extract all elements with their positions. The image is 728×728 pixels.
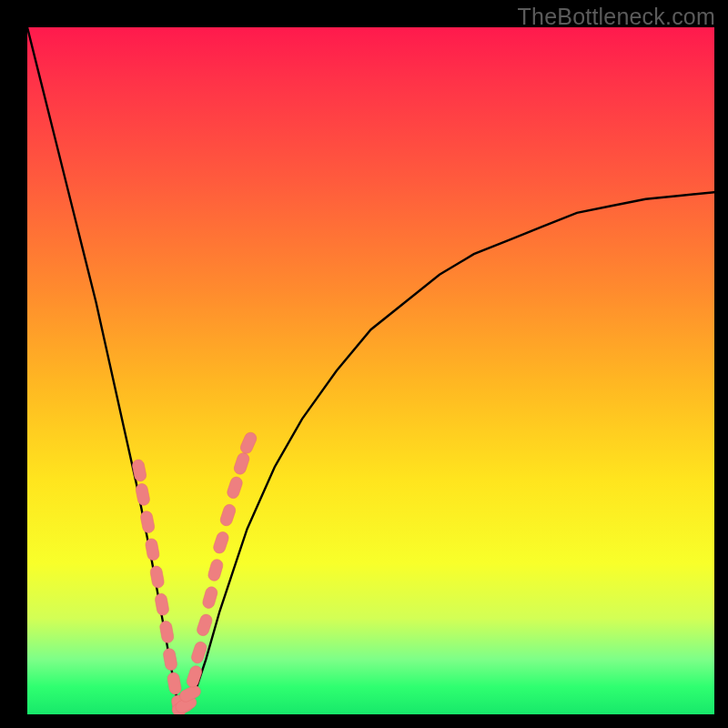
watermark-text: TheBottleneck.com — [518, 4, 715, 30]
data-marker — [139, 511, 155, 534]
data-marker — [212, 531, 230, 555]
svg-rect-13 — [186, 664, 204, 689]
svg-rect-5 — [154, 592, 169, 616]
data-marker — [149, 565, 165, 589]
svg-rect-15 — [196, 612, 214, 637]
svg-rect-21 — [233, 451, 251, 476]
plot-area — [27, 27, 714, 714]
marker-group — [131, 430, 258, 714]
data-marker — [167, 672, 182, 695]
chart-svg — [27, 27, 714, 714]
data-marker — [233, 451, 251, 476]
svg-rect-3 — [145, 538, 160, 561]
curve-path-group — [27, 27, 714, 707]
bottleneck-curve — [27, 27, 714, 707]
data-marker — [162, 648, 177, 672]
data-marker — [196, 612, 214, 637]
data-marker — [186, 664, 204, 689]
svg-rect-16 — [201, 585, 218, 610]
svg-rect-0 — [131, 459, 147, 482]
data-marker — [207, 558, 224, 582]
data-marker — [145, 538, 160, 561]
svg-rect-8 — [167, 672, 182, 695]
data-marker — [226, 475, 244, 500]
data-marker — [201, 585, 218, 610]
svg-rect-20 — [226, 475, 244, 500]
data-marker — [154, 592, 169, 616]
data-marker — [159, 620, 175, 643]
data-marker — [219, 503, 238, 528]
svg-rect-17 — [207, 558, 224, 582]
svg-rect-7 — [162, 648, 177, 672]
chart-frame: TheBottleneck.com — [0, 0, 728, 728]
data-marker — [131, 459, 147, 482]
svg-rect-2 — [139, 511, 155, 534]
svg-rect-18 — [212, 531, 230, 555]
svg-rect-19 — [219, 503, 238, 528]
svg-rect-1 — [135, 482, 150, 506]
data-marker — [238, 430, 258, 455]
svg-rect-22 — [238, 430, 258, 455]
svg-rect-6 — [159, 620, 175, 643]
data-marker — [135, 482, 150, 506]
svg-rect-4 — [149, 565, 165, 589]
